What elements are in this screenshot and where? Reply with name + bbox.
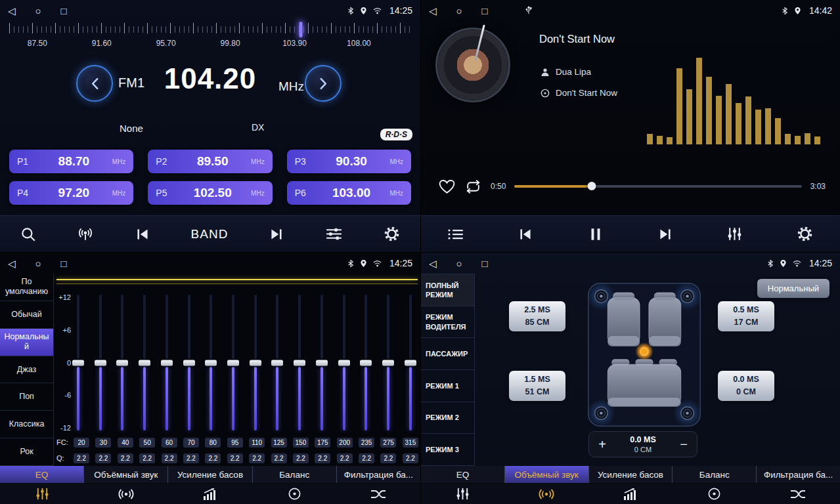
eq-sliders-icon[interactable] [421,484,505,504]
progress-slider[interactable] [514,182,801,191]
eq-preset-item[interactable]: Нормальный [0,329,53,356]
slider-knob[interactable] [161,360,173,366]
decrease-delay-button[interactable]: − [671,437,697,452]
eq-preset-item[interactable]: Джаз [0,356,53,384]
tab-crossover-filter[interactable]: Фильтрация ба... [337,466,420,483]
preset-button-p3[interactable]: P390.30MHz [287,150,411,173]
preset-button-p4[interactable]: P497.20MHz [9,181,133,205]
tab-crossover-filter[interactable]: Фильтрация ба... [757,466,840,483]
eq-band-slider[interactable] [384,295,393,430]
listening-mode-item[interactable]: РЕЖИМ ВОДИТЕЛЯ [421,306,474,339]
slider-knob[interactable] [72,360,84,366]
eq-band-slider[interactable] [340,295,349,430]
back-button[interactable]: ◁ [429,259,437,268]
eq-band-slider[interactable] [229,295,238,430]
eq-preset-item[interactable]: Классика [0,411,53,438]
mixer-icon[interactable] [726,226,743,242]
increase-delay-button[interactable]: + [589,437,615,452]
balance-icon[interactable] [252,484,336,504]
eq-band-slider[interactable] [295,295,304,430]
recents-button[interactable]: □ [482,259,488,268]
tab-bass-boost[interactable]: Усиление басов [168,466,252,483]
listening-mode-item[interactable]: РЕЖИМ 2 [421,402,474,434]
skip-next-icon[interactable] [268,226,285,243]
crossover-filter-icon[interactable] [336,484,420,504]
slider-knob[interactable] [382,360,394,366]
tune-up-button[interactable] [305,65,342,102]
delay-front-left[interactable]: 2.5 MS 85 CM [509,301,565,331]
tuner-sliders-icon[interactable] [325,226,343,242]
favorite-button[interactable] [438,178,456,195]
recents-button[interactable]: □ [482,6,488,16]
slider-knob[interactable] [360,360,372,366]
tab-bass-boost[interactable]: Усиление басов [589,466,673,483]
eq-preset-item[interactable]: По умолчанию [0,274,53,301]
eq-band-slider[interactable] [118,295,127,430]
listening-mode-item[interactable]: РЕЖИМ 1 [421,370,474,402]
slider-knob[interactable] [116,360,128,366]
search-icon[interactable] [20,226,37,243]
eq-band-slider[interactable] [361,295,370,430]
slider-knob[interactable] [250,360,261,366]
back-button[interactable]: ◁ [8,259,16,268]
home-button[interactable]: ○ [456,6,462,16]
preset-button-p5[interactable]: P5102.50MHz [148,181,272,205]
tab-balance[interactable]: Баланс [253,466,337,483]
eq-preset-item[interactable]: Поп [0,383,53,411]
recents-button[interactable]: □ [61,259,67,268]
listening-mode-item[interactable]: ПОЛНЫЙ РЕЖИМ [421,274,474,306]
slider-knob[interactable] [227,360,239,366]
settings-icon[interactable] [383,225,401,243]
playlist-icon[interactable] [447,228,464,241]
home-button[interactable]: ○ [456,259,462,268]
eq-band-slider[interactable] [162,295,171,430]
eq-band-slider[interactable] [185,295,194,430]
bass-boost-icon[interactable] [588,484,673,504]
tab-eq-sliders[interactable]: EQ [0,466,84,483]
home-button[interactable]: ○ [35,259,41,268]
eq-band-slider[interactable] [251,295,260,430]
recents-button[interactable]: □ [61,6,67,16]
surround-sound-icon[interactable] [505,484,589,504]
delay-rear-right[interactable]: 0.0 MS 0 CM [718,371,774,401]
listening-mode-item[interactable]: ПАССАЖИР [421,338,474,370]
slider-knob[interactable] [294,360,305,366]
tab-balance[interactable]: Баланс [673,466,757,483]
progress-thumb[interactable] [588,182,596,190]
eq-band-slider[interactable] [206,295,215,430]
bass-boost-icon[interactable] [168,484,252,504]
sound-preset-button[interactable]: Нормальный [757,279,829,298]
broadcast-icon[interactable] [77,226,94,243]
band-button[interactable]: BAND [191,227,229,242]
tab-surround-sound[interactable]: Объёмный звук [505,466,589,483]
slider-knob[interactable] [183,360,195,366]
back-button[interactable]: ◁ [429,6,437,16]
preset-button-p2[interactable]: P289.50MHz [148,150,272,173]
eq-band-slider[interactable] [273,295,282,430]
tab-eq-sliders[interactable]: EQ [421,466,505,483]
slider-knob[interactable] [271,360,283,366]
eq-band-slider[interactable] [406,295,415,430]
surround-sound-icon[interactable] [84,484,168,504]
tuning-indicator[interactable] [299,22,302,37]
slider-knob[interactable] [405,360,416,366]
delay-rear-left[interactable]: 1.5 MS 51 CM [509,371,565,401]
eq-band-slider[interactable] [140,295,149,430]
back-button[interactable]: ◁ [8,6,16,16]
skip-next-icon[interactable] [657,226,674,243]
eq-band-slider[interactable] [74,295,83,430]
preset-button-p1[interactable]: P188.70MHz [9,150,133,173]
crossover-filter-icon[interactable] [756,484,840,504]
balance-icon[interactable] [673,484,757,504]
pause-icon[interactable] [587,226,604,243]
skip-previous-icon[interactable] [134,226,151,243]
settings-icon[interactable] [796,225,814,243]
home-button[interactable]: ○ [35,6,41,16]
listening-mode-item[interactable]: РЕЖИМ 3 [421,434,474,466]
repeat-button[interactable] [464,178,482,195]
delay-front-right[interactable]: 0.5 MS 17 CM [718,301,774,331]
slider-knob[interactable] [205,360,217,366]
eq-band-slider[interactable] [317,295,326,430]
skip-previous-icon[interactable] [517,226,534,243]
slider-knob[interactable] [316,360,328,366]
